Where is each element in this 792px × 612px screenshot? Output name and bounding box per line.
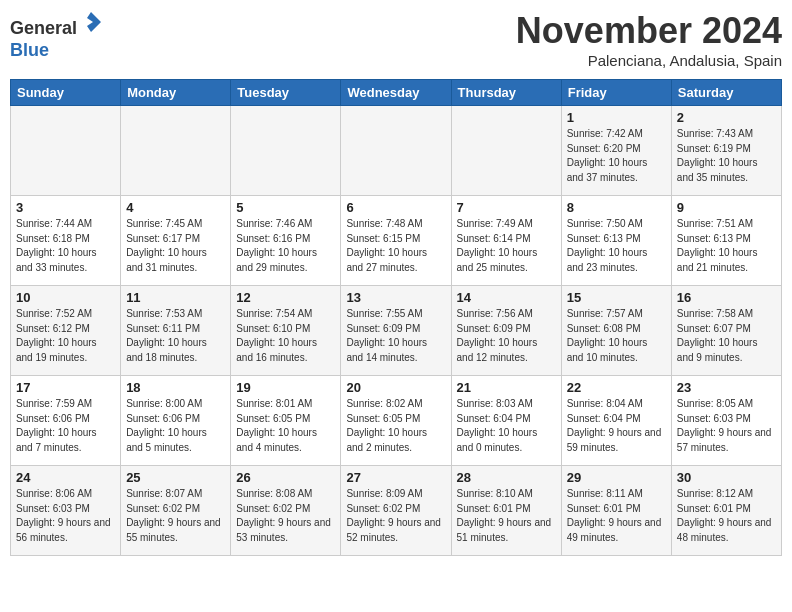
calendar-cell: 25Sunrise: 8:07 AM Sunset: 6:02 PM Dayli…: [121, 466, 231, 556]
day-number: 30: [677, 470, 776, 485]
weekday-header-monday: Monday: [121, 80, 231, 106]
day-info: Sunrise: 7:50 AM Sunset: 6:13 PM Dayligh…: [567, 217, 666, 275]
day-info: Sunrise: 8:11 AM Sunset: 6:01 PM Dayligh…: [567, 487, 666, 545]
day-number: 21: [457, 380, 556, 395]
weekday-header-tuesday: Tuesday: [231, 80, 341, 106]
calendar-cell: 22Sunrise: 8:04 AM Sunset: 6:04 PM Dayli…: [561, 376, 671, 466]
day-info: Sunrise: 7:57 AM Sunset: 6:08 PM Dayligh…: [567, 307, 666, 365]
day-info: Sunrise: 8:00 AM Sunset: 6:06 PM Dayligh…: [126, 397, 225, 455]
day-info: Sunrise: 8:02 AM Sunset: 6:05 PM Dayligh…: [346, 397, 445, 455]
week-row-5: 24Sunrise: 8:06 AM Sunset: 6:03 PM Dayli…: [11, 466, 782, 556]
day-number: 19: [236, 380, 335, 395]
weekday-header-saturday: Saturday: [671, 80, 781, 106]
calendar-cell: 27Sunrise: 8:09 AM Sunset: 6:02 PM Dayli…: [341, 466, 451, 556]
logo-general: General: [10, 18, 77, 38]
day-number: 23: [677, 380, 776, 395]
calendar-cell: 13Sunrise: 7:55 AM Sunset: 6:09 PM Dayli…: [341, 286, 451, 376]
calendar-cell: 1Sunrise: 7:42 AM Sunset: 6:20 PM Daylig…: [561, 106, 671, 196]
day-info: Sunrise: 7:48 AM Sunset: 6:15 PM Dayligh…: [346, 217, 445, 275]
calendar-cell: 18Sunrise: 8:00 AM Sunset: 6:06 PM Dayli…: [121, 376, 231, 466]
title-block: November 2024 Palenciana, Andalusia, Spa…: [516, 10, 782, 69]
day-number: 5: [236, 200, 335, 215]
week-row-3: 10Sunrise: 7:52 AM Sunset: 6:12 PM Dayli…: [11, 286, 782, 376]
day-number: 22: [567, 380, 666, 395]
calendar-cell: 2Sunrise: 7:43 AM Sunset: 6:19 PM Daylig…: [671, 106, 781, 196]
calendar-cell: 20Sunrise: 8:02 AM Sunset: 6:05 PM Dayli…: [341, 376, 451, 466]
day-info: Sunrise: 7:54 AM Sunset: 6:10 PM Dayligh…: [236, 307, 335, 365]
day-info: Sunrise: 8:01 AM Sunset: 6:05 PM Dayligh…: [236, 397, 335, 455]
day-info: Sunrise: 8:07 AM Sunset: 6:02 PM Dayligh…: [126, 487, 225, 545]
day-info: Sunrise: 7:42 AM Sunset: 6:20 PM Dayligh…: [567, 127, 666, 185]
day-number: 26: [236, 470, 335, 485]
day-info: Sunrise: 7:58 AM Sunset: 6:07 PM Dayligh…: [677, 307, 776, 365]
calendar-cell: [231, 106, 341, 196]
weekday-header-thursday: Thursday: [451, 80, 561, 106]
day-info: Sunrise: 8:03 AM Sunset: 6:04 PM Dayligh…: [457, 397, 556, 455]
day-number: 24: [16, 470, 115, 485]
logo-blue: Blue: [10, 40, 49, 60]
day-info: Sunrise: 8:09 AM Sunset: 6:02 PM Dayligh…: [346, 487, 445, 545]
day-number: 11: [126, 290, 225, 305]
calendar-cell: 15Sunrise: 7:57 AM Sunset: 6:08 PM Dayli…: [561, 286, 671, 376]
calendar-cell: 28Sunrise: 8:10 AM Sunset: 6:01 PM Dayli…: [451, 466, 561, 556]
day-info: Sunrise: 8:08 AM Sunset: 6:02 PM Dayligh…: [236, 487, 335, 545]
location: Palenciana, Andalusia, Spain: [516, 52, 782, 69]
day-number: 7: [457, 200, 556, 215]
week-row-1: 1Sunrise: 7:42 AM Sunset: 6:20 PM Daylig…: [11, 106, 782, 196]
logo: General Blue: [10, 10, 103, 61]
day-number: 15: [567, 290, 666, 305]
calendar-cell: 14Sunrise: 7:56 AM Sunset: 6:09 PM Dayli…: [451, 286, 561, 376]
day-info: Sunrise: 7:45 AM Sunset: 6:17 PM Dayligh…: [126, 217, 225, 275]
day-info: Sunrise: 7:44 AM Sunset: 6:18 PM Dayligh…: [16, 217, 115, 275]
calendar-cell: 23Sunrise: 8:05 AM Sunset: 6:03 PM Dayli…: [671, 376, 781, 466]
calendar-cell: 12Sunrise: 7:54 AM Sunset: 6:10 PM Dayli…: [231, 286, 341, 376]
weekday-header-row: SundayMondayTuesdayWednesdayThursdayFrid…: [11, 80, 782, 106]
weekday-header-wednesday: Wednesday: [341, 80, 451, 106]
day-info: Sunrise: 7:55 AM Sunset: 6:09 PM Dayligh…: [346, 307, 445, 365]
calendar-cell: [11, 106, 121, 196]
calendar-cell: 10Sunrise: 7:52 AM Sunset: 6:12 PM Dayli…: [11, 286, 121, 376]
calendar-cell: 29Sunrise: 8:11 AM Sunset: 6:01 PM Dayli…: [561, 466, 671, 556]
day-number: 16: [677, 290, 776, 305]
day-number: 4: [126, 200, 225, 215]
calendar-cell: 19Sunrise: 8:01 AM Sunset: 6:05 PM Dayli…: [231, 376, 341, 466]
calendar-cell: 7Sunrise: 7:49 AM Sunset: 6:14 PM Daylig…: [451, 196, 561, 286]
day-number: 1: [567, 110, 666, 125]
day-info: Sunrise: 7:52 AM Sunset: 6:12 PM Dayligh…: [16, 307, 115, 365]
calendar-cell: 9Sunrise: 7:51 AM Sunset: 6:13 PM Daylig…: [671, 196, 781, 286]
day-number: 25: [126, 470, 225, 485]
weekday-header-friday: Friday: [561, 80, 671, 106]
day-info: Sunrise: 7:59 AM Sunset: 6:06 PM Dayligh…: [16, 397, 115, 455]
day-info: Sunrise: 8:10 AM Sunset: 6:01 PM Dayligh…: [457, 487, 556, 545]
day-info: Sunrise: 8:04 AM Sunset: 6:04 PM Dayligh…: [567, 397, 666, 455]
calendar-cell: 11Sunrise: 7:53 AM Sunset: 6:11 PM Dayli…: [121, 286, 231, 376]
calendar-cell: 17Sunrise: 7:59 AM Sunset: 6:06 PM Dayli…: [11, 376, 121, 466]
calendar-cell: [341, 106, 451, 196]
calendar-cell: [451, 106, 561, 196]
day-info: Sunrise: 8:06 AM Sunset: 6:03 PM Dayligh…: [16, 487, 115, 545]
day-info: Sunrise: 7:49 AM Sunset: 6:14 PM Dayligh…: [457, 217, 556, 275]
day-info: Sunrise: 7:43 AM Sunset: 6:19 PM Dayligh…: [677, 127, 776, 185]
day-info: Sunrise: 7:56 AM Sunset: 6:09 PM Dayligh…: [457, 307, 556, 365]
page-header: General Blue November 2024 Palenciana, A…: [10, 10, 782, 69]
day-number: 8: [567, 200, 666, 215]
logo-icon: [79, 10, 103, 34]
calendar-cell: 16Sunrise: 7:58 AM Sunset: 6:07 PM Dayli…: [671, 286, 781, 376]
week-row-2: 3Sunrise: 7:44 AM Sunset: 6:18 PM Daylig…: [11, 196, 782, 286]
calendar-cell: 26Sunrise: 8:08 AM Sunset: 6:02 PM Dayli…: [231, 466, 341, 556]
svg-marker-0: [87, 12, 101, 32]
day-info: Sunrise: 7:51 AM Sunset: 6:13 PM Dayligh…: [677, 217, 776, 275]
day-number: 14: [457, 290, 556, 305]
day-info: Sunrise: 7:53 AM Sunset: 6:11 PM Dayligh…: [126, 307, 225, 365]
calendar-cell: 30Sunrise: 8:12 AM Sunset: 6:01 PM Dayli…: [671, 466, 781, 556]
day-number: 6: [346, 200, 445, 215]
calendar-cell: 8Sunrise: 7:50 AM Sunset: 6:13 PM Daylig…: [561, 196, 671, 286]
day-number: 13: [346, 290, 445, 305]
calendar-table: SundayMondayTuesdayWednesdayThursdayFrid…: [10, 79, 782, 556]
calendar-cell: 3Sunrise: 7:44 AM Sunset: 6:18 PM Daylig…: [11, 196, 121, 286]
month-title: November 2024: [516, 10, 782, 52]
calendar-cell: 6Sunrise: 7:48 AM Sunset: 6:15 PM Daylig…: [341, 196, 451, 286]
day-number: 28: [457, 470, 556, 485]
day-number: 29: [567, 470, 666, 485]
day-number: 10: [16, 290, 115, 305]
